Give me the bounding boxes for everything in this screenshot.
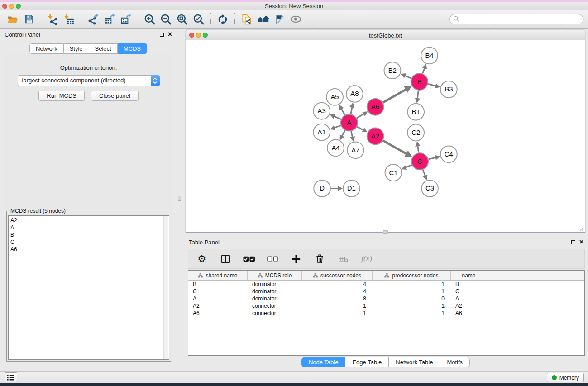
table-cell[interactable]: connector [248, 302, 302, 310]
table-cell[interactable]: A2 [188, 302, 248, 310]
zoom-fit-icon[interactable] [174, 12, 191, 27]
table-row[interactable]: A6connector11A6 [188, 310, 584, 317]
graph-edge[interactable] [406, 165, 412, 167]
table-cell[interactable]: 1 [373, 302, 451, 310]
result-item[interactable]: A6 [10, 246, 169, 253]
tab-select[interactable]: Select [89, 43, 118, 54]
table-row[interactable]: Adominator80A [188, 295, 584, 302]
graph-edge[interactable] [423, 170, 425, 176]
refresh-icon[interactable] [215, 12, 231, 27]
network-canvas[interactable]: AA1A2A3A4A5A6A7A8BB1B2B3B4CC1C2C3C4DD1 [186, 41, 585, 232]
dropdown-stepper-icon[interactable] [151, 75, 160, 86]
import-network-icon[interactable] [45, 12, 61, 27]
graph-edge[interactable] [342, 130, 345, 136]
task-history-icon[interactable] [5, 372, 17, 382]
export-table-icon[interactable] [101, 12, 118, 27]
graph-edge[interactable] [383, 89, 406, 102]
settings-gear-icon[interactable]: ⚙ [196, 253, 208, 265]
graph-edge[interactable] [357, 114, 364, 119]
network-view-titlebar[interactable]: testGlobe.txt [186, 30, 585, 40]
graph-edge[interactable] [341, 109, 345, 115]
graph-edge[interactable] [418, 146, 419, 152]
graphics-details-icon[interactable] [271, 12, 287, 27]
table-cell[interactable]: 1 [373, 281, 451, 288]
float-table-panel-icon[interactable] [571, 240, 575, 244]
column-header-successor-nodes[interactable]: successor nodes [302, 271, 373, 280]
graph-edge[interactable] [351, 107, 352, 114]
resize-grip-icon[interactable] [578, 225, 584, 231]
delete-column-icon[interactable] [313, 253, 326, 265]
export-network-icon[interactable] [85, 12, 101, 27]
overview-home-icon[interactable] [255, 12, 271, 27]
export-image-icon[interactable] [118, 12, 134, 27]
result-scrollbar[interactable] [163, 216, 168, 359]
close-panel-icon[interactable]: × [168, 32, 172, 37]
table-cell[interactable]: A6 [451, 310, 487, 317]
column-header-MCDS-role[interactable]: MCDS role [248, 271, 302, 280]
column-header-predecessor-nodes[interactable]: predecessor nodes [373, 271, 451, 280]
graph-edge[interactable] [428, 157, 435, 159]
table-cell[interactable]: 1 [302, 310, 373, 317]
graph-edge[interactable] [417, 91, 418, 99]
copy-network-icon[interactable] [239, 12, 255, 27]
tab-mcds[interactable]: MCDS [118, 43, 147, 54]
table-cell[interactable]: 1 [373, 310, 451, 317]
memory-button[interactable]: Memory [547, 373, 584, 382]
graph-edge[interactable] [423, 68, 425, 73]
graph-edge[interactable] [351, 131, 353, 137]
graph-edge[interactable] [428, 84, 435, 86]
table-cell[interactable]: 1 [373, 288, 451, 295]
horizontal-splitter-grip[interactable] [383, 230, 388, 234]
import-table-icon[interactable] [61, 12, 77, 27]
open-folder-icon[interactable] [5, 12, 21, 27]
birds-eye-icon[interactable] [287, 12, 304, 27]
table-cell[interactable]: 8 [302, 295, 373, 302]
table-cell[interactable]: A6 [188, 310, 248, 317]
column-header-name[interactable]: name [451, 271, 487, 280]
table-row[interactable]: A2connector11A2 [188, 302, 584, 310]
criterion-dropdown[interactable]: largest connected component (directed) [18, 75, 160, 86]
float-panel-icon[interactable] [160, 33, 164, 37]
table-cell[interactable]: connector [248, 310, 302, 317]
add-column-icon[interactable] [290, 253, 302, 265]
table-cell[interactable]: C [188, 288, 248, 295]
select-all-icon[interactable] [243, 253, 255, 265]
table-cell[interactable]: A [188, 295, 248, 302]
tab-motifs[interactable]: Motifs [440, 357, 470, 367]
result-item[interactable]: C [10, 238, 169, 246]
table-cell[interactable]: 4 [302, 288, 373, 295]
table-cell[interactable]: C [451, 288, 487, 295]
table-cell[interactable]: 1 [302, 302, 373, 310]
result-item[interactable]: A2 [10, 217, 169, 224]
search-input[interactable] [449, 14, 583, 24]
close-panel-button[interactable]: Close panel [91, 91, 139, 101]
zoom-in-icon[interactable] [142, 12, 158, 27]
table-cell[interactable]: dominator [248, 281, 302, 288]
table-cell[interactable]: B [451, 281, 487, 288]
tab-network[interactable]: Network [29, 43, 64, 54]
save-icon[interactable] [21, 12, 37, 27]
table-row[interactable]: Bdominator41B [188, 281, 584, 288]
column-visibility-icon[interactable] [219, 253, 232, 265]
tab-node-table[interactable]: Node Table [301, 357, 346, 367]
table-cell[interactable]: dominator [248, 295, 302, 302]
tab-style[interactable]: Style [64, 43, 89, 54]
table-cell[interactable]: A [451, 295, 487, 302]
zoom-out-icon[interactable] [158, 12, 174, 27]
mcds-result-list[interactable]: A2ABCA6 [8, 215, 169, 360]
graph-edge[interactable] [405, 76, 411, 78]
graph-edge[interactable] [383, 141, 406, 154]
zoom-selected-icon[interactable] [191, 12, 207, 27]
tab-edge-table[interactable]: Edge Table [345, 357, 389, 367]
result-item[interactable]: A [10, 224, 169, 231]
table-cell[interactable]: dominator [248, 288, 302, 295]
table-row[interactable]: Cdominator41C [188, 288, 584, 295]
tab-network-table[interactable]: Network Table [389, 357, 440, 367]
graph-edge[interactable] [335, 125, 341, 128]
run-mcds-button[interactable]: Run MCDS [38, 91, 85, 101]
table-cell[interactable]: B [188, 281, 248, 288]
result-item[interactable]: B [10, 231, 169, 238]
table-cell[interactable]: A2 [451, 302, 487, 310]
deselect-all-icon[interactable] [266, 253, 279, 265]
table-cell[interactable]: 0 [373, 295, 451, 302]
